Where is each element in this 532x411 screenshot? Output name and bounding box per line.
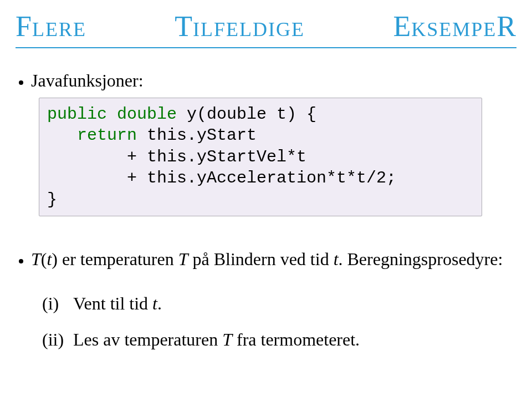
title-word-1: FLERE: [16, 10, 86, 43]
enum-text: Les av temperaturen: [73, 329, 222, 349]
code-line-1: public double y(double t) {: [47, 104, 474, 125]
enum-text: Vent til tid: [73, 293, 152, 313]
enum-text: .: [157, 293, 162, 313]
title-rule: [16, 47, 516, 48]
math-var: T: [31, 249, 41, 269]
enum-text: fra termometeret.: [232, 329, 360, 349]
body-text: . Beregnings­prosedyre:: [339, 249, 503, 269]
code-line-3: + this.yStartVel*t: [47, 146, 474, 168]
code-line-5: }: [47, 189, 474, 210]
bullet-text: Javafunksjoner:: [31, 70, 144, 90]
body-text: er temperaturen: [58, 249, 178, 269]
math-var: T: [222, 329, 232, 349]
math-var: t: [152, 293, 157, 313]
title-word-3: EKSEMPER: [393, 10, 516, 43]
math-var: T: [178, 249, 188, 269]
keyword: return: [77, 126, 137, 145]
code-indent: [47, 126, 77, 145]
math-paren: ): [52, 249, 58, 269]
slide-title: FLERE TILFELDIGE EKSEMPER: [16, 10, 516, 43]
title-cap: E: [393, 11, 412, 42]
title-word-2: TILFELDIGE: [175, 10, 305, 43]
title-rest: ILFELDIGE: [193, 18, 305, 40]
code-text: y(double t) {: [177, 105, 316, 124]
code-line-4: + this.yAcceleration*t*t/2;: [47, 168, 474, 189]
math-var: t: [334, 249, 339, 269]
code-text: this.yStart: [137, 126, 257, 145]
enum-label: (i): [42, 293, 73, 314]
enum-label: (ii): [42, 329, 73, 350]
math-var: t: [47, 249, 52, 269]
bullet-item-1: Javafunksjoner:: [16, 70, 516, 91]
keyword: double: [117, 105, 177, 124]
bullet-item-2: T(t) er temperaturen T på Blindern ved t…: [16, 247, 516, 271]
title-cap: F: [16, 11, 32, 42]
bullet-dot-icon: [19, 80, 23, 85]
code-block: public double y(double t) { return this.…: [39, 98, 482, 216]
title-rest: LERE: [32, 18, 86, 40]
enum-item-2: (ii)Les av temperaturen T fra termometer…: [42, 329, 516, 350]
title-rest: KSEMPE: [411, 18, 497, 40]
body-text: på Blindern ved tid: [188, 249, 333, 269]
title-cap: T: [175, 11, 193, 42]
enum-item-1: (i)Vent til tid t.: [42, 293, 516, 314]
math-paren: (: [41, 249, 47, 269]
code-line-2: return this.yStart: [47, 125, 474, 146]
title-cap: R: [497, 11, 516, 42]
keyword: public: [47, 105, 107, 124]
bullet-dot-icon: [19, 259, 23, 263]
